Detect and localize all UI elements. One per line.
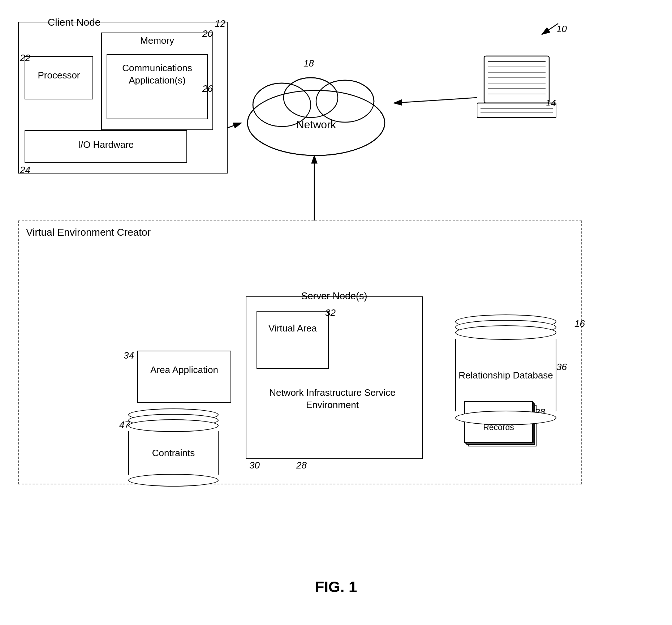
server-node-label: Server Node(s): [246, 291, 422, 302]
comm-label: Communications Application(s): [107, 55, 207, 87]
ref14-label: 14: [546, 98, 556, 109]
fig-label: FIG. 1: [264, 578, 408, 596]
svg-line-7: [394, 98, 477, 103]
svg-text:Network: Network: [296, 119, 336, 130]
ref16-label: 16: [574, 318, 585, 329]
ref12-label: 12: [215, 18, 225, 29]
ref26-label: 26: [202, 83, 213, 94]
virtual-area-label: Virtual Area: [257, 312, 328, 335]
network-infra-label: Network Infrastructure Service Environme…: [251, 387, 414, 411]
relationship-db-label: Relationship Database: [458, 369, 553, 382]
comm-box: Communications Application(s): [107, 54, 208, 119]
area-app-label: Area Application: [138, 351, 231, 376]
svg-rect-34: [477, 103, 556, 117]
processor-box: Processor: [25, 56, 93, 99]
virtual-env-label: Virtual Environment Creator: [26, 227, 151, 238]
ref32-label: 32: [325, 307, 336, 318]
ref36-label: 36: [556, 361, 567, 373]
svg-point-20: [317, 81, 373, 121]
virtual-area-box: Virtual Area: [257, 311, 329, 369]
ref18-label: 18: [303, 58, 314, 69]
ref34-label: 34: [124, 350, 134, 361]
area-app-box: Area Application: [137, 351, 231, 403]
laptop-icon: [477, 52, 556, 125]
memory-label: Memory: [102, 35, 212, 46]
ref20-label: 20: [202, 28, 213, 39]
ref10-arrow: [535, 20, 564, 38]
svg-line-12: [542, 23, 558, 34]
contraints-label: Contraints: [152, 448, 195, 459]
ref30-label: 30: [249, 460, 260, 471]
diagram-container: 10 Client Node 12 Memory 20 Communicatio…: [0, 0, 672, 625]
io-box: I/O Hardware: [25, 130, 187, 163]
ref24-label: 24: [20, 164, 30, 176]
client-node-label: Client Node: [48, 17, 100, 28]
ref28-label: 28: [296, 460, 307, 471]
processor-label: Processor: [25, 57, 92, 82]
network-cloud: Network: [238, 58, 394, 159]
svg-rect-26: [484, 56, 549, 103]
io-label: I/O Hardware: [25, 131, 186, 151]
contraints-cylinder: Contraints: [128, 408, 219, 487]
ref22-label: 22: [20, 52, 30, 64]
